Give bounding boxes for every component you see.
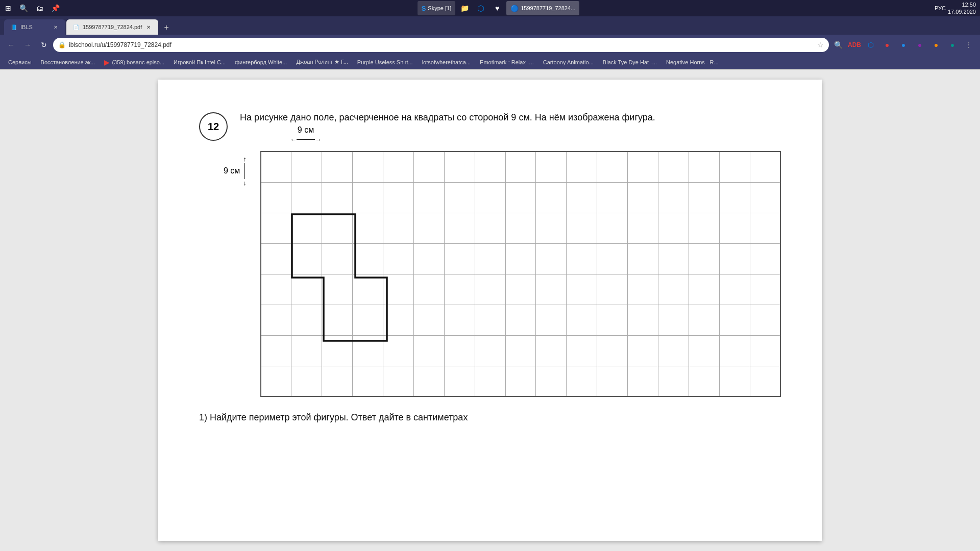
problem-header: 12 На рисунке дано поле, расчерченное на… bbox=[199, 110, 781, 141]
taskbar-heart[interactable]: ♥ bbox=[490, 1, 504, 15]
cell-1-0 bbox=[261, 182, 291, 213]
cell-0-15 bbox=[719, 152, 750, 182]
extension-orange[interactable]: ● bbox=[929, 38, 943, 52]
taskbar-folder[interactable]: 📁 bbox=[457, 1, 472, 15]
bookmark-negative-horns-label: Negative Horns - R... bbox=[666, 59, 719, 65]
cell-4-4 bbox=[383, 274, 414, 305]
cell-2-12 bbox=[628, 213, 658, 243]
bookmark-servisy[interactable]: Сервисы bbox=[4, 57, 36, 68]
cell-1-6 bbox=[444, 182, 475, 213]
cell-6-7 bbox=[475, 335, 505, 366]
tab-ibls-label: IBLS bbox=[20, 24, 33, 30]
cell-2-1 bbox=[291, 213, 322, 243]
taskbar-edge[interactable]: ⬡ bbox=[474, 1, 488, 15]
cell-0-3 bbox=[353, 152, 383, 182]
cell-6-12 bbox=[628, 335, 658, 366]
cell-7-10 bbox=[567, 366, 597, 396]
taskbar-lang: РУС bbox=[935, 5, 946, 11]
cell-7-9 bbox=[536, 366, 567, 396]
cell-0-16 bbox=[750, 152, 780, 182]
forward-button[interactable]: → bbox=[20, 38, 35, 52]
cell-1-10 bbox=[567, 182, 597, 213]
search-icon[interactable]: 🔍 bbox=[831, 38, 845, 52]
cell-0-14 bbox=[689, 152, 719, 182]
bookmark-emotimark[interactable]: Emotimark : Relax -... bbox=[476, 57, 538, 68]
skype-icon: S bbox=[422, 5, 426, 12]
cell-3-8 bbox=[505, 243, 536, 274]
tab-pdf[interactable]: 📄 1599787719_72824.pdf ✕ bbox=[66, 19, 158, 35]
cell-4-12 bbox=[628, 274, 658, 305]
bookmark-black-tye[interactable]: Black Tye Dye Hat -... bbox=[599, 57, 661, 68]
refresh-button[interactable]: ↻ bbox=[37, 38, 51, 52]
cell-4-6 bbox=[444, 274, 475, 305]
tab-ibls[interactable]: 📘 IBLS ✕ bbox=[4, 19, 65, 35]
cell-7-14 bbox=[689, 366, 719, 396]
cell-2-5 bbox=[413, 213, 444, 243]
bookmark-bosanc[interactable]: ▶ (359) bosanc episo... bbox=[100, 57, 168, 68]
tab-pdf-close[interactable]: ✕ bbox=[145, 23, 152, 31]
grid-table bbox=[260, 151, 781, 397]
cell-3-5 bbox=[413, 243, 444, 274]
cell-1-8 bbox=[505, 182, 536, 213]
taskbar-search[interactable]: 🔍 bbox=[16, 1, 31, 15]
bookmark-lotsof[interactable]: lotsofwherethatca... bbox=[418, 57, 475, 68]
chrome-icon: 🔵 bbox=[510, 5, 519, 12]
cell-0-12 bbox=[628, 152, 658, 182]
edge-icon[interactable]: ⬡ bbox=[864, 38, 878, 52]
extension-blue[interactable]: ● bbox=[896, 38, 911, 52]
cell-2-7 bbox=[475, 213, 505, 243]
bookmark-vosstanovlenie[interactable]: Восстановление эк... bbox=[37, 57, 100, 68]
bookmark-fingerboard[interactable]: фингерборд White... bbox=[231, 57, 291, 68]
cell-5-16 bbox=[750, 305, 780, 335]
dimension-h-label: 9 см ← → bbox=[290, 126, 322, 143]
address-bar[interactable]: 🔒 iblschool.ru/u/1599787719_72824.pdf ☆ bbox=[53, 38, 829, 52]
cell-7-5 bbox=[413, 366, 444, 396]
cell-3-15 bbox=[719, 243, 750, 274]
start-button[interactable]: ⊞ bbox=[0, 0, 16, 16]
tab-ibls-close[interactable]: ✕ bbox=[52, 23, 59, 31]
bookmark-rowling[interactable]: Джоан Ролинг ★ Г... bbox=[292, 57, 352, 68]
cell-5-4 bbox=[383, 305, 414, 335]
dim-v-arrow: ↑ ↓ bbox=[243, 155, 247, 187]
grid-row-5 bbox=[261, 305, 780, 335]
cell-4-8 bbox=[505, 274, 536, 305]
bookmark-purple-shirt[interactable]: Purple Useless Shirt... bbox=[353, 57, 417, 68]
bookmark-intel[interactable]: Игровой Пк Intel C... bbox=[169, 57, 230, 68]
lock-icon: 🔒 bbox=[58, 41, 66, 48]
extension-red[interactable]: ● bbox=[880, 38, 894, 52]
pdf-page: 12 На рисунке дано поле, расчерченное на… bbox=[158, 80, 822, 541]
taskbar-time-value: 12:50 bbox=[948, 1, 976, 8]
bookmark-purple-shirt-label: Purple Useless Shirt... bbox=[357, 59, 413, 65]
extension-teal[interactable]: ● bbox=[945, 38, 960, 52]
cell-0-0 bbox=[261, 152, 291, 182]
extension-purple[interactable]: ● bbox=[913, 38, 927, 52]
cell-6-13 bbox=[658, 335, 689, 366]
taskbar-date-value: 17.09.2020 bbox=[948, 8, 976, 15]
cell-5-6 bbox=[444, 305, 475, 335]
answer-label: 1) Найдите периметр этой фигуры. Ответ д… bbox=[199, 412, 468, 422]
bookmark-cartoony[interactable]: Cartoony Animatio... bbox=[539, 57, 598, 68]
cell-4-9 bbox=[536, 274, 567, 305]
bookmark-negative-horns[interactable]: Negative Horns - R... bbox=[662, 57, 723, 68]
taskbar-skype[interactable]: S Skype [1] bbox=[418, 1, 456, 15]
cell-2-14 bbox=[689, 213, 719, 243]
cell-0-10 bbox=[567, 152, 597, 182]
taskbar-chrome[interactable]: 🔵 1599787719_72824... bbox=[506, 1, 579, 15]
dimension-v-label: 9 см ↑ ↓ bbox=[224, 155, 247, 187]
taskbar-pin[interactable]: 📌 bbox=[48, 1, 62, 15]
cell-2-9 bbox=[536, 213, 567, 243]
back-button[interactable]: ← bbox=[4, 38, 18, 52]
address-text[interactable]: iblschool.ru/u/1599787719_72824.pdf bbox=[69, 41, 814, 48]
menu-button[interactable]: ⋮ bbox=[962, 38, 976, 52]
cell-0-2 bbox=[322, 152, 353, 182]
star-icon[interactable]: ☆ bbox=[817, 41, 824, 49]
cell-4-11 bbox=[597, 274, 628, 305]
grid-row-6 bbox=[261, 335, 780, 366]
bookmark-fingerboard-label: фингерборд White... bbox=[235, 59, 287, 65]
new-tab-button[interactable]: + bbox=[159, 20, 174, 35]
page-content[interactable]: 12 На рисунке дано поле, расчерченное на… bbox=[0, 69, 980, 551]
adb-icon[interactable]: ADB bbox=[847, 38, 862, 52]
cell-3-0 bbox=[261, 243, 291, 274]
cell-2-8 bbox=[505, 213, 536, 243]
taskbar-file-explorer[interactable]: 🗂 bbox=[33, 1, 47, 15]
